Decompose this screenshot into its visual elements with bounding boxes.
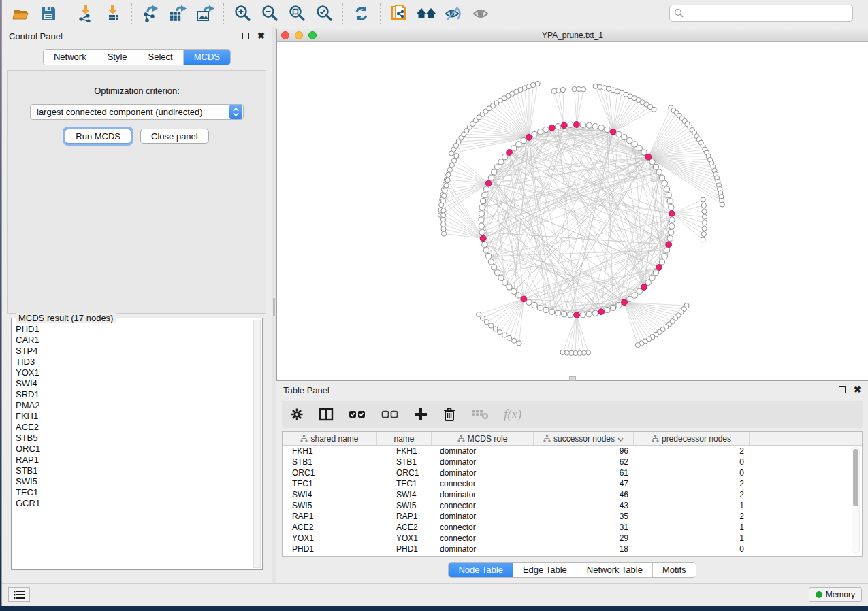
network-node[interactable] [616,131,622,137]
leaf-node[interactable] [581,87,585,92]
leaf-node[interactable] [602,86,607,90]
network-node[interactable] [667,235,673,241]
network-node[interactable] [669,205,674,210]
export-network-icon[interactable] [137,2,164,25]
network-node[interactable] [482,242,487,247]
network-node[interactable] [562,312,567,317]
leaf-node[interactable] [441,231,446,236]
leaf-node[interactable] [442,193,447,198]
leaf-node[interactable] [444,183,449,188]
refresh-view-icon[interactable] [348,2,375,25]
network-node[interactable] [641,150,647,155]
table-row[interactable]: YOX1YOX1connector291 [283,533,862,544]
network-node[interactable] [580,122,585,127]
network-node[interactable] [580,312,585,318]
leaf-node[interactable] [477,312,481,316]
network-node[interactable] [616,302,622,308]
network-node[interactable] [494,164,500,169]
leaf-node[interactable] [498,330,502,335]
zoom-in-icon[interactable] [229,2,256,25]
network-node[interactable] [498,275,504,280]
table-row[interactable]: ORC1ORC1dominator610 [283,467,862,478]
network-node[interactable] [492,265,497,270]
network-node[interactable] [543,127,549,132]
zoom-fit-icon[interactable] [283,2,310,25]
leaf-node[interactable] [720,202,724,207]
float-panel-icon[interactable] [242,33,249,39]
result-node-item[interactable]: STP4 [16,346,253,357]
network-node[interactable] [537,305,543,310]
network-node[interactable] [532,131,537,137]
network-node[interactable] [479,217,484,222]
network-node[interactable] [664,186,669,192]
column-header-name[interactable]: name [377,432,432,445]
network-node[interactable] [537,129,543,135]
show-columns-icon[interactable] [319,408,334,421]
network-node[interactable] [479,223,484,229]
leaf-node[interactable] [484,320,489,325]
table-row[interactable]: STB1STB1dominator620 [283,457,862,467]
network-node[interactable] [592,310,598,316]
result-node-item[interactable]: ORC1 [16,444,253,455]
leaf-node[interactable] [572,86,577,91]
network-node[interactable] [494,270,500,276]
leaf-node[interactable] [702,209,707,214]
mcds-node[interactable] [645,154,652,160]
mcds-node[interactable] [656,265,662,271]
network-node[interactable] [645,280,651,285]
network-node[interactable] [669,229,674,235]
hide-selected-icon[interactable] [440,2,467,25]
leaf-node[interactable] [489,323,494,328]
result-node-item[interactable]: SRD1 [16,389,253,400]
leaf-node[interactable] [598,84,602,89]
leaf-node[interactable] [556,88,561,93]
network-node[interactable] [592,124,598,129]
network-node[interactable] [598,125,604,131]
tab-network-table[interactable]: Network Table [577,563,653,577]
mcds-node[interactable] [526,134,532,140]
network-node[interactable] [556,310,561,316]
mcds-node[interactable] [574,312,580,318]
tab-mcds[interactable]: MCDS [184,50,230,65]
network-node[interactable] [556,124,561,129]
leaf-node[interactable] [502,333,507,337]
network-node[interactable] [664,248,669,253]
mcds-node[interactable] [641,284,647,291]
result-node-item[interactable]: PMA2 [16,400,253,411]
tab-style[interactable]: Style [97,50,138,65]
network-node[interactable] [543,307,549,312]
table-scrollbar[interactable] [852,447,860,554]
select-all-columns-icon[interactable] [349,408,366,421]
result-node-item[interactable]: CAR1 [16,335,253,346]
open-session-icon[interactable] [7,2,35,25]
network-node[interactable] [662,253,667,259]
leaf-node[interactable] [702,214,707,219]
mcds-node[interactable] [598,309,605,315]
table-row[interactable]: SWI4SWI4dominator462 [283,489,862,500]
run-mcds-button[interactable]: Run MCDS [65,129,131,144]
network-node[interactable] [667,199,673,204]
leaf-node[interactable] [517,341,521,346]
zoom-out-icon[interactable] [256,2,283,25]
column-header-successor-nodes[interactable]: successor nodes [534,432,634,445]
mcds-node[interactable] [561,122,567,129]
network-node[interactable] [511,146,517,151]
leaf-node[interactable] [449,163,454,167]
table-row[interactable]: FKH1FKH1dominator962 [283,446,862,457]
unselect-all-columns-icon[interactable] [381,408,399,421]
result-node-item[interactable]: STB5 [16,433,253,444]
network-node[interactable] [479,229,485,235]
network-node[interactable] [516,142,521,147]
network-node[interactable] [637,288,642,294]
export-image-icon[interactable] [191,2,219,25]
network-canvas[interactable] [277,42,868,380]
vertical-splitter[interactable] [272,27,276,583]
result-node-item[interactable]: STB1 [16,465,253,476]
network-node[interactable] [632,142,637,147]
first-neighbors-icon[interactable] [413,2,440,25]
result-scrollbar[interactable] [253,320,261,568]
export-table-icon[interactable] [164,2,191,25]
leaf-node[interactable] [440,217,445,222]
network-node[interactable] [627,296,632,301]
mcds-node[interactable] [507,150,513,156]
